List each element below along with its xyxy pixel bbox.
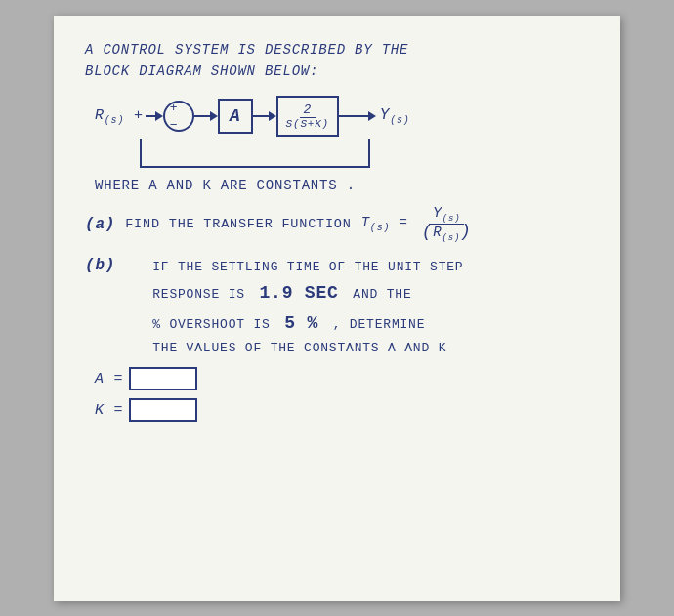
part-b-line3: % OVERSHOOT IS 5 % , DETERMINE xyxy=(152,308,463,339)
k-equation-line: K = xyxy=(95,398,589,422)
block-a: A xyxy=(218,99,253,134)
t-label: T(s) = xyxy=(361,215,408,233)
part-a-text: FIND THE TRANSFER FUNCTION xyxy=(125,217,351,231)
k-input-box[interactable] xyxy=(129,398,197,422)
part-b-content: IF THE SETTLING TIME OF THE UNIT STEP RE… xyxy=(152,257,463,359)
tf-frac-denominator: (R(s)) xyxy=(418,225,476,243)
where-statement: WHERE A AND K ARE CONSTANTS . xyxy=(95,178,589,193)
tf-fraction: Y(s) (R(s)) xyxy=(418,205,476,243)
part-b-line1: IF THE SETTLING TIME OF THE UNIT STEP xyxy=(152,257,463,278)
part-a: (a) FIND THE TRANSFER FUNCTION T(s) = Y(… xyxy=(85,205,589,243)
a-input-box[interactable] xyxy=(129,367,197,390)
a-equation-line: A = xyxy=(95,367,589,390)
arrow-to-sum xyxy=(146,111,163,121)
feedback-path xyxy=(130,139,589,168)
transfer-function-fraction: Y(s) (R(s)) xyxy=(418,205,476,243)
part-a-label: (a) xyxy=(85,216,115,233)
block-tf: 2 S(S+K) xyxy=(276,96,339,137)
part-b: (b) IF THE SETTLING TIME OF THE UNIT STE… xyxy=(85,257,589,422)
part-b-line4: THE VALUES OF THE CONSTANTS A AND K xyxy=(152,338,463,359)
tf-numerator: 2 xyxy=(300,103,316,118)
part-b-label: (b) xyxy=(85,257,115,274)
arrow-tf-to-output xyxy=(339,111,376,121)
summing-junction xyxy=(163,101,194,132)
overshoot-value: 5 % xyxy=(284,313,318,333)
arrow-a-to-tf xyxy=(253,111,276,121)
output-signal-label: Y(s) xyxy=(380,106,410,126)
intro-text: A CONTROL SYSTEM IS DESCRIBED BY THE BLO… xyxy=(85,39,589,83)
tf-frac-numerator: Y(s) xyxy=(429,205,464,225)
settling-time-value: 1.9 SEC xyxy=(259,283,338,303)
intro-line1: A CONTROL SYSTEM IS DESCRIBED BY THE xyxy=(85,39,589,61)
intro-line2: BLOCK DIAGRAM SHOWN BELOW: xyxy=(85,61,589,82)
arrow-sum-to-a xyxy=(194,111,218,121)
input-signal-label: R(s) + xyxy=(95,107,144,126)
main-page: A CONTROL SYSTEM IS DESCRIBED BY THE BLO… xyxy=(54,16,620,601)
k-eq-label: K = xyxy=(95,402,123,419)
tf-denominator: S(S+K) xyxy=(282,118,333,130)
a-eq-label: A = xyxy=(95,371,123,388)
part-b-line2: RESPONSE IS 1.9 SEC AND THE xyxy=(152,278,463,308)
block-diagram: R(s) + A 2 xyxy=(95,96,589,168)
